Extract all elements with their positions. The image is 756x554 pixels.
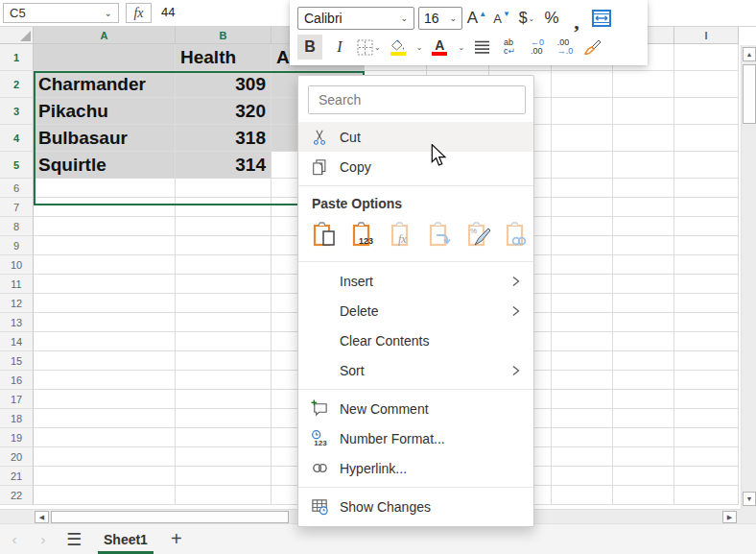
cell-H11[interactable] xyxy=(613,275,674,294)
cell-B6[interactable] xyxy=(176,179,272,198)
column-header-I[interactable]: I xyxy=(674,27,739,44)
cell-A13[interactable] xyxy=(34,313,176,332)
row-header-17[interactable]: 17 xyxy=(0,390,34,409)
cell-G13[interactable] xyxy=(552,313,613,332)
menu-item-show-changes[interactable]: Show Changes xyxy=(298,492,533,521)
cell-A14[interactable] xyxy=(34,332,176,351)
cell-B3[interactable]: 320 xyxy=(176,98,272,125)
cell-B19[interactable] xyxy=(176,428,272,447)
cell-B12[interactable] xyxy=(176,294,272,313)
cell-A3[interactable]: Pikachu xyxy=(34,98,176,125)
bold-button[interactable]: B xyxy=(297,35,322,60)
cell-H16[interactable] xyxy=(613,371,674,390)
select-all-corner[interactable] xyxy=(0,27,34,44)
cell-I20[interactable] xyxy=(674,447,739,467)
column-header-B[interactable]: B xyxy=(176,27,272,44)
column-header-A[interactable]: A xyxy=(34,27,176,44)
cell-B10[interactable] xyxy=(176,255,272,275)
row-header-15[interactable]: 15 xyxy=(0,351,34,371)
cell-A9[interactable] xyxy=(34,236,176,255)
paste-formatting-button[interactable]: % xyxy=(465,220,492,249)
currency-format-button[interactable]: $⌄ xyxy=(516,6,537,31)
cell-H9[interactable] xyxy=(613,236,674,255)
cell-H2[interactable] xyxy=(613,71,674,98)
font-name-select[interactable]: Calibri ⌄ xyxy=(297,7,414,30)
row-header-12[interactable]: 12 xyxy=(0,294,34,313)
fill-chevron-icon[interactable]: ⌄ xyxy=(416,43,423,52)
cell-I5[interactable] xyxy=(674,152,739,179)
cell-G12[interactable] xyxy=(552,294,613,313)
cell-B20[interactable] xyxy=(176,447,272,467)
cell-B2[interactable]: 309 xyxy=(176,71,272,98)
cell-H8[interactable] xyxy=(613,217,674,236)
decrease-decimal-button[interactable]: ←0 .00 xyxy=(527,35,548,60)
row-header-11[interactable]: 11 xyxy=(0,275,34,294)
cell-I9[interactable] xyxy=(674,236,739,255)
paste-link-button[interactable] xyxy=(504,220,531,249)
cell-B21[interactable] xyxy=(176,467,272,486)
cell-H7[interactable] xyxy=(613,198,674,217)
scroll-right-button[interactable]: ▶ xyxy=(722,511,737,523)
cell-A18[interactable] xyxy=(34,409,176,428)
cell-A20[interactable] xyxy=(34,447,176,467)
cell-B13[interactable] xyxy=(176,313,272,332)
row-header-13[interactable]: 13 xyxy=(0,313,34,332)
cell-B9[interactable] xyxy=(176,236,272,255)
cell-A17[interactable] xyxy=(34,390,176,409)
menu-item-delete[interactable]: Delete xyxy=(298,296,533,325)
cell-I1[interactable] xyxy=(674,44,739,71)
row-header-4[interactable]: 4 xyxy=(0,125,34,152)
cell-A21[interactable] xyxy=(34,467,176,486)
cell-G19[interactable] xyxy=(552,428,613,447)
row-header-21[interactable]: 21 xyxy=(0,467,34,486)
scroll-left-button[interactable]: ◀ xyxy=(35,511,49,523)
increase-decimal-button[interactable]: .00 →.0 xyxy=(555,35,576,60)
wrap-text-button[interactable]: ab c↵ xyxy=(499,35,520,60)
font-color-button[interactable]: A xyxy=(429,35,450,60)
cell-G15[interactable] xyxy=(552,351,613,371)
cell-A15[interactable] xyxy=(34,351,176,371)
cell-G9[interactable] xyxy=(552,236,613,255)
cell-G5[interactable] xyxy=(552,152,613,179)
cell-I4[interactable] xyxy=(674,125,739,152)
row-header-20[interactable]: 20 xyxy=(0,447,34,467)
cell-B5[interactable]: 314 xyxy=(176,152,272,179)
menu-search-input[interactable] xyxy=(308,85,526,114)
cell-I21[interactable] xyxy=(674,467,739,486)
fill-color-button[interactable] xyxy=(388,35,409,60)
cell-B1[interactable]: Health xyxy=(176,44,272,71)
cell-H6[interactable] xyxy=(613,179,674,198)
cell-A22[interactable] xyxy=(34,486,176,505)
menu-item-clear-contents[interactable]: Clear Contents xyxy=(298,325,533,355)
paste-values-button[interactable]: 123 xyxy=(350,220,377,249)
row-header-10[interactable]: 10 xyxy=(0,255,34,275)
cell-I18[interactable] xyxy=(674,409,739,428)
cell-A5[interactable]: Squirtle xyxy=(34,152,176,179)
cell-A7[interactable] xyxy=(34,198,176,217)
cell-H3[interactable] xyxy=(613,98,674,125)
row-header-5[interactable]: 5 xyxy=(0,152,34,179)
cell-G6[interactable] xyxy=(552,179,613,198)
cell-G18[interactable] xyxy=(552,409,613,428)
format-painter-button[interactable] xyxy=(582,35,603,60)
cell-G11[interactable] xyxy=(552,275,613,294)
cell-A16[interactable] xyxy=(34,371,176,390)
column-width-button[interactable] xyxy=(591,6,612,31)
cell-H21[interactable] xyxy=(613,467,674,486)
cell-G21[interactable] xyxy=(552,467,613,486)
cell-A12[interactable] xyxy=(34,294,176,313)
menu-item-cut[interactable]: Cut xyxy=(298,122,533,152)
italic-button[interactable]: I xyxy=(329,35,350,60)
cell-H4[interactable] xyxy=(613,125,674,152)
scroll-down-button[interactable]: ▼ xyxy=(743,492,756,506)
row-header-9[interactable]: 9 xyxy=(0,236,34,255)
menu-item-copy[interactable]: Copy xyxy=(298,152,533,181)
cell-B15[interactable] xyxy=(176,351,272,371)
cell-B8[interactable] xyxy=(176,217,272,236)
cell-H22[interactable] xyxy=(613,486,674,505)
cell-I16[interactable] xyxy=(674,371,739,390)
formula-input[interactable]: 44 xyxy=(161,5,175,19)
cell-I22[interactable] xyxy=(674,486,739,505)
cell-B11[interactable] xyxy=(176,275,272,294)
row-header-16[interactable]: 16 xyxy=(0,371,34,390)
